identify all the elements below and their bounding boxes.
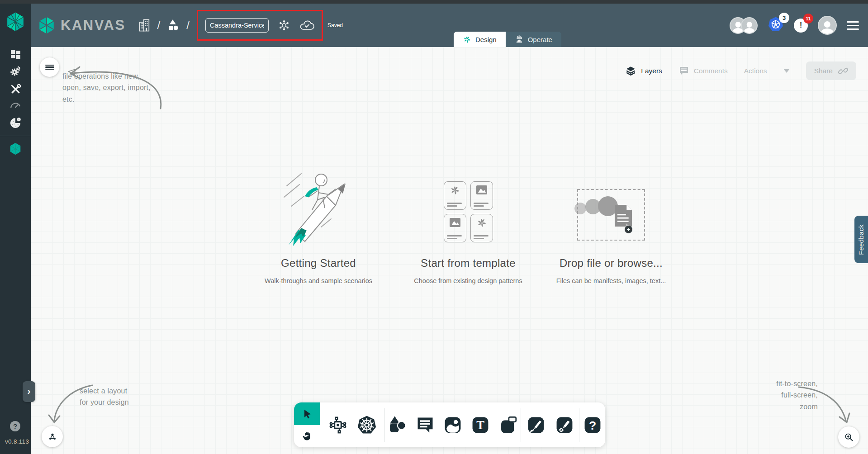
- design-name-input[interactable]: [205, 18, 269, 33]
- kanvas-hexagon-icon: [9, 142, 22, 156]
- pointer-tools: [294, 402, 320, 447]
- breadcrumb-separator: /: [186, 19, 190, 32]
- note-tool[interactable]: [498, 415, 519, 435]
- template-thumbnails: [444, 181, 493, 242]
- circuit-component-icon: [328, 415, 348, 435]
- menu-icon: [45, 63, 54, 71]
- pen-tool[interactable]: [526, 415, 546, 435]
- collaborator-avatars[interactable]: [730, 17, 758, 34]
- dropzone-title: Drop file or browse...: [560, 257, 663, 270]
- getting-started-title: Getting Started: [281, 257, 356, 270]
- brand-wordmark: KANVAS: [61, 17, 126, 33]
- flower-nodes-icon[interactable]: [278, 19, 290, 32]
- template-card[interactable]: Start from template Choose from existing…: [412, 161, 525, 284]
- pan-tool[interactable]: [294, 425, 320, 448]
- design-canvas[interactable]: file operations like new, open, save, ex…: [31, 47, 868, 454]
- template-title: Start from template: [421, 257, 516, 270]
- freehand-tool[interactable]: [555, 415, 574, 435]
- kubernetes-tool[interactable]: [356, 415, 377, 435]
- getting-started-card[interactable]: Getting Started Walk-throughs and sample…: [251, 161, 386, 284]
- kanvas-brand[interactable]: KANVAS: [37, 16, 126, 35]
- toolbar-help-button[interactable]: ?: [583, 415, 602, 435]
- file-menu-button[interactable]: [40, 57, 59, 77]
- gauge-icon: [9, 99, 21, 109]
- layout-button[interactable]: [42, 426, 63, 447]
- help-button[interactable]: ?: [10, 421, 20, 431]
- header-menu-button[interactable]: [847, 21, 859, 30]
- tools-icon: [9, 83, 22, 95]
- pinwheel-icon: [450, 185, 460, 196]
- svg-text:?: ?: [588, 418, 596, 432]
- organization-icon[interactable]: [138, 18, 151, 33]
- bubble: [574, 203, 586, 214]
- rocket-rider-illustration: [278, 161, 359, 247]
- zoom-button[interactable]: [838, 426, 859, 448]
- breadcrumb-separator: /: [157, 19, 161, 32]
- saved-status: Saved: [327, 22, 343, 28]
- question-mark-icon: ?: [583, 415, 602, 435]
- image-icon: [476, 185, 488, 195]
- dropzone-card[interactable]: + Drop file or browse... Files can be ma…: [550, 161, 672, 284]
- template-thumb-image: [444, 214, 466, 242]
- text-tool[interactable]: T: [470, 415, 490, 435]
- network-layout-icon: [47, 432, 57, 442]
- annotation-file-operations: file operations like new, open, save, ex…: [62, 71, 151, 105]
- sidebar-item-performance[interactable]: [0, 99, 31, 109]
- kanvas-logo-icon: [37, 16, 56, 35]
- meshery-logo-icon[interactable]: [5, 12, 25, 32]
- layers-icon: [625, 65, 636, 76]
- magnifier-plus-icon: [844, 432, 854, 442]
- cloud-saved-icon[interactable]: [299, 19, 314, 32]
- actions-caret-icon[interactable]: [783, 69, 790, 73]
- comments-button[interactable]: Comments: [678, 66, 728, 76]
- sidebar-item-extensions[interactable]: [0, 117, 31, 129]
- actions-dropdown[interactable]: Actions: [744, 67, 767, 75]
- workspace-shapes-icon[interactable]: [166, 19, 180, 32]
- component-tool[interactable]: [328, 415, 348, 435]
- tab-design[interactable]: Design: [454, 32, 506, 47]
- mode-tabs: Design Operate: [454, 32, 561, 47]
- sidebar-expand-button[interactable]: ›: [23, 381, 35, 402]
- version-label: v0.8.113: [5, 438, 29, 445]
- media-tool[interactable]: [443, 415, 463, 435]
- content-group: T: [385, 415, 521, 435]
- text-icon: T: [470, 415, 490, 435]
- canvas-top-actions: Layers Comments Actions Share: [625, 61, 856, 80]
- user-avatar[interactable]: [818, 16, 837, 35]
- note-icon: [498, 415, 519, 435]
- template-thumb-pattern: [444, 181, 466, 210]
- kubernetes-wheel-icon: [356, 415, 377, 435]
- draw-group: [521, 415, 579, 435]
- sidebar-item-toolbox[interactable]: [0, 83, 31, 95]
- pen-arrow-icon: [526, 415, 546, 435]
- notifications-chip[interactable]: ! 11: [794, 19, 808, 33]
- sidebar-item-settings[interactable]: [0, 66, 31, 78]
- component-group: [320, 415, 384, 435]
- getting-started-subtitle: Walk-throughs and sample scenarios: [265, 277, 372, 284]
- select-tool[interactable]: [294, 402, 320, 425]
- design-name-highlight-box: [197, 10, 323, 41]
- sidebar-divider: [0, 136, 31, 136]
- comment-icon: [678, 66, 689, 76]
- comment-tool[interactable]: [415, 415, 435, 435]
- shapes-tool[interactable]: [387, 415, 408, 435]
- pencil-squiggle-icon: [555, 415, 574, 435]
- cursor-icon: [302, 408, 313, 419]
- notification-count-badge: 11: [803, 14, 813, 24]
- hand-icon: [302, 431, 312, 441]
- kubernetes-context-chip[interactable]: 3: [768, 16, 784, 34]
- gears-icon: [9, 66, 22, 78]
- pinwheel-icon: [476, 218, 487, 228]
- tab-operate[interactable]: Operate: [506, 32, 561, 47]
- sidebar-item-kanvas[interactable]: [0, 142, 31, 156]
- file-dropzone[interactable]: +: [577, 189, 645, 241]
- sidebar-item-dashboard[interactable]: [0, 49, 31, 60]
- shapes-icon: [387, 415, 408, 435]
- k8s-context-count-badge: 3: [779, 13, 789, 23]
- feedback-tab[interactable]: Feedback: [854, 216, 868, 263]
- share-button[interactable]: Share: [806, 61, 856, 80]
- add-file-badge: +: [625, 226, 632, 233]
- template-subtitle: Choose from existing design patterns: [414, 277, 522, 284]
- layers-button[interactable]: Layers: [625, 65, 662, 76]
- browser-chrome-strip: [0, 0, 868, 4]
